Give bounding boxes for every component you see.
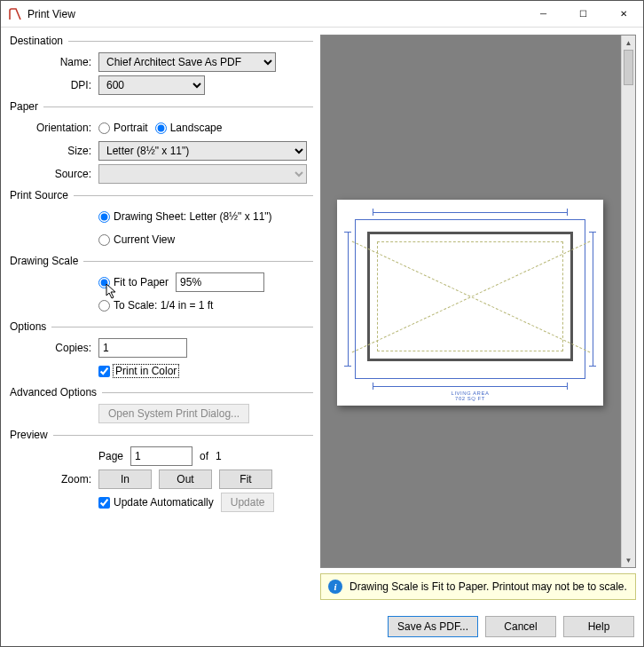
help-button[interactable]: Help [563,616,634,637]
open-system-dialog-button[interactable]: Open System Print Dialog... [98,404,249,423]
close-button[interactable]: ✕ [603,1,643,27]
copies-input[interactable] [98,338,187,358]
page-label: Page [98,450,123,462]
save-as-pdf-button[interactable]: Save As PDF... [388,616,478,637]
group-paper: Paper Orientation: Portrait Landscape [10,100,313,184]
orientation-label: Orientation: [10,122,98,134]
print-source-drawing-sheet-radio[interactable]: Drawing Sheet: Letter (8½" x 11") [98,210,272,223]
update-button[interactable]: Update [221,493,275,512]
maximize-button[interactable]: ☐ [563,1,603,27]
preview-heading: Preview [10,429,48,441]
info-icon: i [328,580,342,594]
printer-name-select[interactable]: Chief Architect Save As PDF [98,52,276,72]
drawing-caption: LIVING AREA 702 SQ FT [337,391,603,402]
app-icon [8,7,22,21]
of-label: of [200,450,208,462]
page-count: 1 [216,450,222,462]
fit-to-paper-radio[interactable]: Fit to Paper [98,276,169,288]
name-label: Name: [10,56,98,68]
advanced-heading: Advanced Options [10,386,97,398]
destination-heading: Destination [10,35,63,47]
group-drawing-scale: Drawing Scale Fit to Paper [10,255,313,315]
paper-size-select[interactable]: Letter (8½" x 11") [98,141,307,161]
preview-panel: LIVING AREA 702 SQ FT ▲ ▼ i Drawing Scal… [320,28,643,607]
dimension-line-bottom [373,383,568,390]
window-title: Print View [27,8,75,20]
zoom-out-button[interactable]: Out [159,469,212,489]
preview-viewport[interactable]: LIVING AREA 702 SQ FT ▲ ▼ [320,35,636,568]
page-number-input[interactable] [130,446,192,466]
info-message: Drawing Scale is Fit to Paper. Printout … [349,580,627,593]
dimension-line-right [589,232,596,367]
dimension-line-left [344,232,351,367]
group-destination: Destination Name: Chief Architect Save A… [10,35,313,95]
group-print-source: Print Source Drawing Sheet: Letter (8½" … [10,189,313,249]
group-options: Options Copies: Print in Color [10,320,313,381]
paper-source-select[interactable] [98,164,307,184]
orientation-landscape-radio[interactable]: Landscape [155,122,223,134]
cancel-button[interactable]: Cancel [485,616,556,637]
zoom-fit-button[interactable]: Fit [219,469,272,489]
dpi-select[interactable]: 600 [98,75,205,95]
scroll-down-icon[interactable]: ▼ [622,553,635,567]
page-preview: LIVING AREA 702 SQ FT [337,200,603,406]
print-in-color-checkbox[interactable]: Print in Color [98,365,178,377]
print-view-dialog: Print View ─ ☐ ✕ Destination Name: [0,0,644,647]
copies-label: Copies: [10,342,98,354]
print-source-heading: Print Source [10,189,68,201]
print-source-current-view-radio[interactable]: Current View [98,233,175,246]
fit-percent-input[interactable] [176,272,264,292]
schappens[interactable] [624,50,633,85]
options-heading: Options [10,320,46,333]
zoom-label: Zoom: [10,473,98,485]
update-automatically-checkbox[interactable]: Update Automatically [98,496,214,509]
group-preview: Preview Page of 1 Zoom: [10,429,313,512]
group-advanced: Advanced Options Open System Print Dialo… [10,386,313,423]
titlebar: Print View ─ ☐ ✕ [1,1,643,28]
dpi-label: DPI: [10,79,98,91]
preview-scrollbar[interactable]: ▲ ▼ [621,36,635,567]
scroll-up-icon[interactable]: ▲ [622,36,635,50]
paper-heading: Paper [10,100,38,113]
dimension-line-top [373,209,568,216]
zoom-in-button[interactable]: In [98,469,152,489]
settings-panel: Destination Name: Chief Architect Save A… [1,28,320,607]
drawing-scale-heading: Drawing Scale [10,255,78,267]
minimize-button[interactable]: ─ [523,1,563,27]
info-bar: i Drawing Scale is Fit to Paper. Printou… [320,573,636,600]
size-label: Size: [10,145,98,157]
orientation-portrait-radio[interactable]: Portrait [98,122,148,134]
roof-outline [367,232,573,361]
to-scale-radio[interactable]: To Scale: 1/4 in = 1 ft [98,299,213,312]
source-label: Source: [10,168,98,180]
dialog-footer: Save As PDF... Cancel Help [1,607,643,646]
